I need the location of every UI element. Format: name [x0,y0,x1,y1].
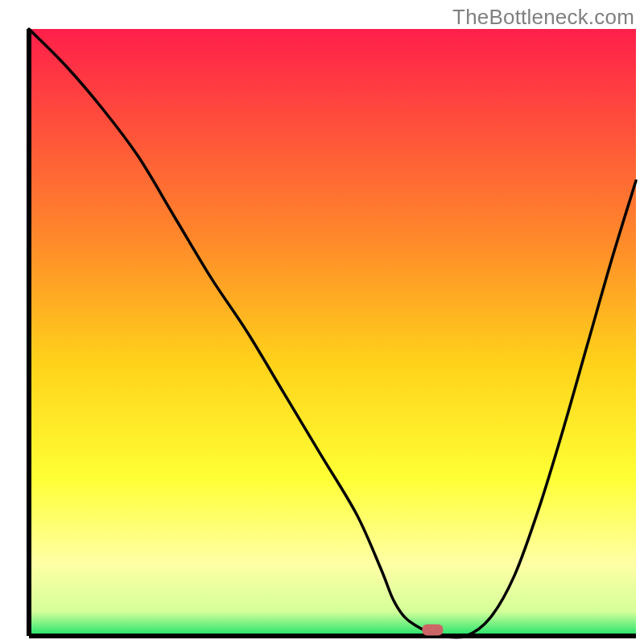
optimum-marker [422,624,443,635]
chart-svg [0,0,644,644]
plot-background [29,29,636,636]
watermark-text: TheBottleneck.com [452,5,634,30]
